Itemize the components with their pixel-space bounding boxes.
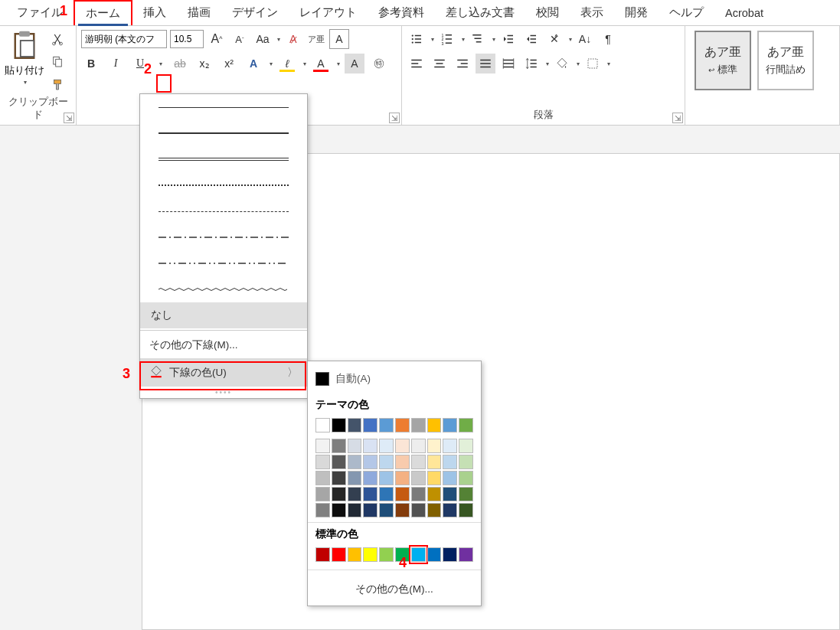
menu-help[interactable]: ヘルプ [659,1,714,24]
standard-color-swatch[interactable] [348,547,362,562]
italic-button[interactable]: I [106,54,126,73]
theme-shade-swatch[interactable] [459,471,473,485]
standard-color-swatch[interactable] [315,547,330,562]
menu-acrobat[interactable]: Acrobat [714,2,774,24]
bold-button[interactable]: B [81,54,101,73]
theme-shade-swatch[interactable] [348,503,362,517]
theme-shade-swatch[interactable] [332,487,346,501]
char-border-icon[interactable]: A [329,29,349,49]
theme-color-swatch[interactable] [332,418,346,433]
theme-shade-swatch[interactable] [315,503,330,517]
theme-color-swatch[interactable] [459,418,473,433]
subscript-button[interactable]: x₂ [194,54,214,73]
theme-shade-swatch[interactable] [332,503,346,517]
theme-shade-swatch[interactable] [363,455,378,469]
align-right-icon[interactable] [453,54,472,73]
shading-icon[interactable] [552,54,572,73]
theme-shade-swatch[interactable] [443,439,457,453]
paragraph-dialog-launcher-icon[interactable]: ⇲ [672,113,683,123]
theme-shade-swatch[interactable] [411,503,426,517]
theme-color-swatch[interactable] [411,418,426,433]
bullets-icon[interactable] [407,29,427,49]
theme-shade-swatch[interactable] [379,439,394,453]
enclose-char-icon[interactable]: ㊕ [369,54,389,73]
theme-shade-swatch[interactable] [427,455,442,469]
underline-none[interactable]: なし [140,302,307,328]
paste-dropdown-icon[interactable]: ▾ [24,79,27,86]
theme-shade-swatch[interactable] [348,439,362,453]
theme-color-swatch[interactable] [348,418,362,433]
theme-shade-swatch[interactable] [363,487,378,501]
standard-color-swatch[interactable] [443,547,457,562]
increase-indent-icon[interactable] [521,29,541,49]
justify-icon[interactable] [476,54,495,73]
theme-shade-swatch[interactable] [332,471,346,485]
theme-shade-swatch[interactable] [459,487,473,501]
theme-shade-swatch[interactable] [315,439,330,453]
theme-shade-swatch[interactable] [395,503,410,517]
font-size-select[interactable] [170,30,204,48]
menu-mailings[interactable]: 差し込み文書 [435,1,525,24]
theme-shade-swatch[interactable] [443,487,457,501]
theme-shade-swatch[interactable] [379,503,394,517]
text-effects-icon[interactable]: A [244,54,263,73]
theme-shade-swatch[interactable] [332,455,346,469]
clear-format-icon[interactable]: A̷ [283,29,303,49]
underline-more[interactable]: その他の下線(M)... [140,332,307,358]
theme-shade-swatch[interactable] [379,455,394,469]
theme-shade-swatch[interactable] [427,471,442,485]
superscript-button[interactable]: x² [219,54,239,73]
multilevel-list-icon[interactable] [468,29,488,49]
sort-icon[interactable]: A↓ [575,29,595,49]
align-center-icon[interactable] [430,54,449,73]
theme-color-swatch[interactable] [363,418,378,433]
theme-shade-swatch[interactable] [315,487,330,501]
theme-color-swatch[interactable] [395,418,410,433]
text-direction-icon[interactable]: ✕̂ [544,29,564,49]
theme-shade-swatch[interactable] [363,471,378,485]
font-name-select[interactable] [81,30,167,48]
theme-shade-swatch[interactable] [332,439,346,453]
standard-color-swatch-selected[interactable] [411,547,426,562]
underline-style-thick[interactable] [140,120,307,146]
strikethrough-button[interactable]: ab [170,54,190,73]
theme-color-swatch[interactable] [315,418,330,433]
theme-shade-swatch[interactable] [427,487,442,501]
menu-layout[interactable]: レイアウト [289,1,368,24]
clipboard-dialog-launcher-icon[interactable]: ⇲ [64,113,74,123]
theme-shade-swatch[interactable] [411,439,426,453]
standard-color-swatch[interactable] [363,547,378,562]
font-color-icon[interactable]: A [311,54,331,73]
show-marks-icon[interactable]: ¶ [598,29,618,49]
format-painter-icon[interactable] [47,75,67,95]
line-spacing-icon[interactable] [521,54,541,73]
change-case-button[interactable]: Aa [253,29,273,49]
copy-icon[interactable] [47,52,67,72]
underline-style-dotted[interactable] [140,172,307,198]
theme-shade-swatch[interactable] [348,455,362,469]
highlight-icon[interactable]: ℓ [277,54,297,73]
underline-style-dash-dot[interactable] [140,224,307,250]
theme-color-swatch[interactable] [427,418,442,433]
menu-view[interactable]: 表示 [570,1,614,24]
underline-style-double[interactable] [140,146,307,172]
underline-style-dash-dot-dot[interactable] [140,250,307,276]
theme-shade-swatch[interactable] [443,455,457,469]
theme-shade-swatch[interactable] [348,471,362,485]
more-colors[interactable]: その他の色(M)... [315,575,473,599]
theme-color-swatch[interactable] [443,418,457,433]
char-shading-icon[interactable]: A [345,54,364,73]
menu-references[interactable]: 参考資料 [368,1,435,24]
menu-insert[interactable]: 挿入 [132,1,177,24]
theme-shade-swatch[interactable] [363,503,378,517]
theme-shade-swatch[interactable] [427,503,442,517]
theme-shade-swatch[interactable] [395,439,410,453]
borders-icon[interactable] [583,54,603,73]
theme-shade-swatch[interactable] [348,487,362,501]
theme-shade-swatch[interactable] [411,487,426,501]
menu-draw[interactable]: 描画 [177,1,221,24]
paste-icon[interactable] [8,29,41,63]
menu-home[interactable]: ホーム [74,0,132,25]
cut-icon[interactable] [47,29,67,49]
standard-color-swatch[interactable] [459,547,473,562]
